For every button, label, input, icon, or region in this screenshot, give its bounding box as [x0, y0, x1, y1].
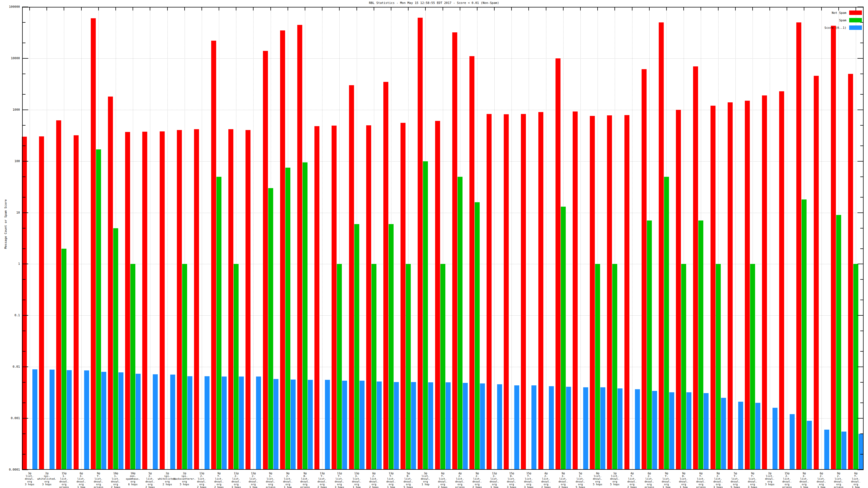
- y-axis-label: Message Count or Spam Score: [4, 199, 7, 249]
- x-top-tick: [202, 7, 202, 10]
- legend-label: Score (0..1): [825, 26, 846, 30]
- y-major-tick-right: [858, 366, 864, 367]
- y-minor-tick-right: [860, 402, 864, 403]
- x-top-tick: [752, 7, 753, 10]
- x-top-tick: [374, 7, 374, 10]
- y-major-tick-left: [22, 469, 28, 470]
- x-top-tick: [132, 7, 133, 10]
- x-top-tick: [391, 7, 392, 10]
- x-top-tick: [511, 7, 512, 10]
- y-major-tick-left: [22, 7, 28, 7]
- y-minor-tick-left: [22, 279, 26, 280]
- x-top-tick: [701, 7, 701, 10]
- y-minor-tick-right: [860, 125, 864, 126]
- y-minor-tick-left: [22, 125, 26, 126]
- x-tick-label-line: 3 hops: [735, 486, 771, 488]
- y-tick-label: 0.1: [1, 314, 20, 317]
- y-tick-label: 0.0001: [1, 468, 20, 471]
- y-major-tick-right: [858, 469, 864, 470]
- y-major-tick-right: [858, 161, 864, 162]
- x-top-tick: [29, 7, 30, 10]
- y-minor-tick-left: [22, 42, 26, 43]
- legend: Not SpamSpamScore (0..1): [825, 10, 862, 33]
- x-tick-label-line: 2 hops: [132, 486, 168, 488]
- y-minor-tick-right: [860, 300, 864, 300]
- y-minor-tick-right: [860, 73, 864, 74]
- y-major-tick-left: [22, 366, 28, 367]
- y-major-tick-right: [858, 58, 864, 59]
- x-top-tick: [770, 7, 770, 10]
- x-top-tick: [494, 7, 495, 10]
- y-minor-tick-right: [860, 249, 864, 249]
- y-tick-label: 1: [1, 262, 20, 266]
- x-top-tick: [632, 7, 632, 10]
- y-minor-tick-left: [22, 73, 26, 74]
- y-major-tick-left: [22, 264, 28, 264]
- y-tick-label: 10000: [1, 57, 20, 60]
- x-top-tick: [786, 7, 787, 10]
- y-minor-tick-left: [22, 382, 26, 383]
- x-top-tick: [64, 7, 64, 10]
- x-top-tick: [563, 7, 563, 10]
- x-top-tick: [167, 7, 168, 10]
- x-tick-label-line: 5 hops: [562, 486, 598, 488]
- x-top-tick: [253, 7, 253, 10]
- x-tick-label-line: dnswl.: [838, 480, 868, 483]
- y-major-tick-left: [22, 315, 28, 316]
- x-tick-label-line: 5 hops: [390, 486, 426, 488]
- legend-label: Not Spam: [832, 11, 846, 15]
- x-top-tick: [46, 7, 47, 10]
- x-top-tick: [98, 7, 99, 10]
- x-top-tick: [408, 7, 408, 10]
- y-major-tick-right: [858, 315, 864, 316]
- y-minor-tick-left: [22, 433, 26, 434]
- x-top-tick: [184, 7, 185, 10]
- y-minor-tick-right: [860, 94, 864, 95]
- y-minor-tick-left: [22, 176, 26, 177]
- x-top-tick: [821, 7, 822, 10]
- y-minor-tick-right: [860, 351, 864, 352]
- y-minor-tick-left: [22, 351, 26, 352]
- y-minor-tick-right: [860, 176, 864, 177]
- y-minor-tick-left: [22, 94, 26, 95]
- x-top-tick: [219, 7, 219, 10]
- x-tick-label-line: 1 hop: [838, 486, 868, 488]
- y-major-tick-left: [22, 418, 28, 419]
- x-top-tick: [718, 7, 718, 10]
- y-major-tick-right: [858, 213, 864, 213]
- y-tick-label: 0.001: [1, 417, 20, 420]
- x-top-tick: [546, 7, 547, 10]
- x-tick-label-line: 6@: [838, 472, 868, 475]
- x-top-tick: [81, 7, 82, 10]
- x-top-tick: [339, 7, 340, 10]
- y-major-tick-right: [858, 418, 864, 419]
- y-major-tick-left: [22, 161, 28, 162]
- x-top-tick: [838, 7, 839, 10]
- x-top-tick: [271, 7, 271, 10]
- y-tick-label: 0.01: [1, 365, 20, 368]
- x-top-tick: [683, 7, 684, 10]
- y-minor-tick-right: [860, 145, 864, 146]
- y-major-tick-left: [22, 58, 28, 59]
- x-top-tick: [287, 7, 288, 10]
- y-minor-tick-right: [860, 228, 864, 228]
- x-top-tick: [804, 7, 804, 10]
- legend-label: Spam: [839, 19, 847, 22]
- y-tick-label: 10: [1, 211, 20, 215]
- y-minor-tick-left: [22, 197, 26, 197]
- y-minor-tick-left: [22, 22, 26, 23]
- x-top-tick: [150, 7, 150, 10]
- y-major-tick-right: [858, 7, 864, 7]
- x-top-tick: [615, 7, 615, 10]
- legend-swatch: [849, 18, 862, 23]
- x-top-tick: [425, 7, 426, 10]
- legend-row: Score (0..1): [825, 26, 862, 30]
- x-top-tick: [856, 7, 856, 10]
- y-minor-tick-right: [860, 382, 864, 383]
- x-top-tick: [528, 7, 529, 10]
- legend-row: Spam: [825, 18, 862, 23]
- y-tick-label: 100: [1, 160, 20, 163]
- x-top-tick: [580, 7, 581, 10]
- y-minor-tick-right: [860, 197, 864, 197]
- legend-swatch: [849, 10, 862, 15]
